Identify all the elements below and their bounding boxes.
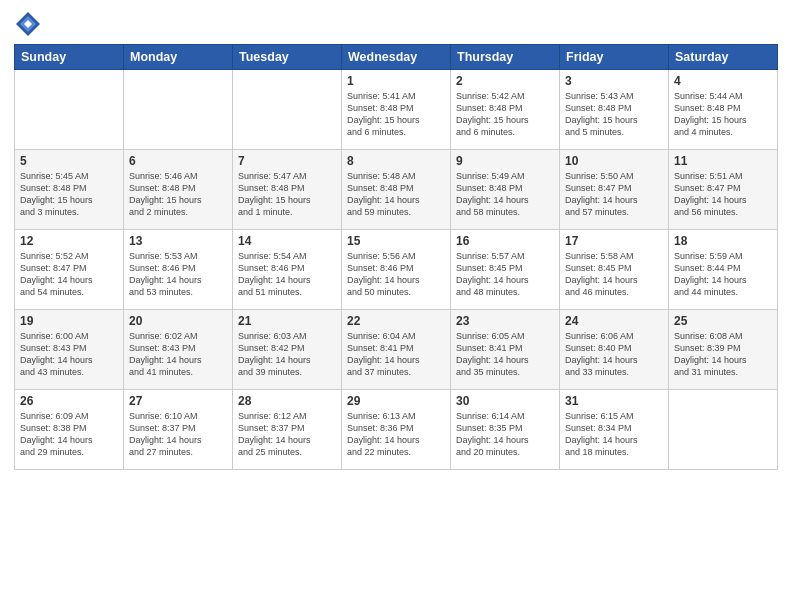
day-detail: Sunrise: 5:58 AM Sunset: 8:45 PM Dayligh… (565, 250, 663, 299)
day-number: 11 (674, 154, 772, 168)
day-detail: Sunrise: 6:06 AM Sunset: 8:40 PM Dayligh… (565, 330, 663, 379)
day-number: 23 (456, 314, 554, 328)
day-number: 9 (456, 154, 554, 168)
day-detail: Sunrise: 5:50 AM Sunset: 8:47 PM Dayligh… (565, 170, 663, 219)
day-detail: Sunrise: 5:43 AM Sunset: 8:48 PM Dayligh… (565, 90, 663, 139)
col-monday: Monday (124, 45, 233, 70)
day-detail: Sunrise: 6:15 AM Sunset: 8:34 PM Dayligh… (565, 410, 663, 459)
calendar-week-row: 26Sunrise: 6:09 AM Sunset: 8:38 PM Dayli… (15, 390, 778, 470)
table-row (124, 70, 233, 150)
day-number: 29 (347, 394, 445, 408)
day-detail: Sunrise: 6:13 AM Sunset: 8:36 PM Dayligh… (347, 410, 445, 459)
day-detail: Sunrise: 5:57 AM Sunset: 8:45 PM Dayligh… (456, 250, 554, 299)
table-row: 24Sunrise: 6:06 AM Sunset: 8:40 PM Dayli… (560, 310, 669, 390)
table-row: 4Sunrise: 5:44 AM Sunset: 8:48 PM Daylig… (669, 70, 778, 150)
table-row: 25Sunrise: 6:08 AM Sunset: 8:39 PM Dayli… (669, 310, 778, 390)
day-detail: Sunrise: 5:45 AM Sunset: 8:48 PM Dayligh… (20, 170, 118, 219)
table-row: 30Sunrise: 6:14 AM Sunset: 8:35 PM Dayli… (451, 390, 560, 470)
table-row: 3Sunrise: 5:43 AM Sunset: 8:48 PM Daylig… (560, 70, 669, 150)
table-row: 17Sunrise: 5:58 AM Sunset: 8:45 PM Dayli… (560, 230, 669, 310)
table-row: 7Sunrise: 5:47 AM Sunset: 8:48 PM Daylig… (233, 150, 342, 230)
day-number: 1 (347, 74, 445, 88)
day-detail: Sunrise: 5:49 AM Sunset: 8:48 PM Dayligh… (456, 170, 554, 219)
page-container: Sunday Monday Tuesday Wednesday Thursday… (0, 0, 792, 480)
day-number: 31 (565, 394, 663, 408)
day-number: 15 (347, 234, 445, 248)
day-number: 27 (129, 394, 227, 408)
table-row: 13Sunrise: 5:53 AM Sunset: 8:46 PM Dayli… (124, 230, 233, 310)
day-number: 16 (456, 234, 554, 248)
day-detail: Sunrise: 5:51 AM Sunset: 8:47 PM Dayligh… (674, 170, 772, 219)
day-detail: Sunrise: 5:44 AM Sunset: 8:48 PM Dayligh… (674, 90, 772, 139)
table-row: 9Sunrise: 5:49 AM Sunset: 8:48 PM Daylig… (451, 150, 560, 230)
logo (14, 10, 46, 38)
table-row: 15Sunrise: 5:56 AM Sunset: 8:46 PM Dayli… (342, 230, 451, 310)
day-number: 25 (674, 314, 772, 328)
day-detail: Sunrise: 5:59 AM Sunset: 8:44 PM Dayligh… (674, 250, 772, 299)
table-row: 22Sunrise: 6:04 AM Sunset: 8:41 PM Dayli… (342, 310, 451, 390)
table-row: 5Sunrise: 5:45 AM Sunset: 8:48 PM Daylig… (15, 150, 124, 230)
header (14, 10, 778, 38)
day-detail: Sunrise: 6:09 AM Sunset: 8:38 PM Dayligh… (20, 410, 118, 459)
day-detail: Sunrise: 5:48 AM Sunset: 8:48 PM Dayligh… (347, 170, 445, 219)
calendar-week-row: 19Sunrise: 6:00 AM Sunset: 8:43 PM Dayli… (15, 310, 778, 390)
table-row: 27Sunrise: 6:10 AM Sunset: 8:37 PM Dayli… (124, 390, 233, 470)
col-sunday: Sunday (15, 45, 124, 70)
table-row (15, 70, 124, 150)
table-row: 16Sunrise: 5:57 AM Sunset: 8:45 PM Dayli… (451, 230, 560, 310)
table-row: 29Sunrise: 6:13 AM Sunset: 8:36 PM Dayli… (342, 390, 451, 470)
day-number: 10 (565, 154, 663, 168)
table-row: 1Sunrise: 5:41 AM Sunset: 8:48 PM Daylig… (342, 70, 451, 150)
day-number: 26 (20, 394, 118, 408)
day-detail: Sunrise: 5:47 AM Sunset: 8:48 PM Dayligh… (238, 170, 336, 219)
table-row: 31Sunrise: 6:15 AM Sunset: 8:34 PM Dayli… (560, 390, 669, 470)
day-number: 19 (20, 314, 118, 328)
day-number: 13 (129, 234, 227, 248)
table-row: 19Sunrise: 6:00 AM Sunset: 8:43 PM Dayli… (15, 310, 124, 390)
calendar-header-row: Sunday Monday Tuesday Wednesday Thursday… (15, 45, 778, 70)
table-row: 28Sunrise: 6:12 AM Sunset: 8:37 PM Dayli… (233, 390, 342, 470)
day-detail: Sunrise: 6:03 AM Sunset: 8:42 PM Dayligh… (238, 330, 336, 379)
day-detail: Sunrise: 6:12 AM Sunset: 8:37 PM Dayligh… (238, 410, 336, 459)
table-row: 12Sunrise: 5:52 AM Sunset: 8:47 PM Dayli… (15, 230, 124, 310)
col-wednesday: Wednesday (342, 45, 451, 70)
day-number: 8 (347, 154, 445, 168)
col-tuesday: Tuesday (233, 45, 342, 70)
calendar-week-row: 5Sunrise: 5:45 AM Sunset: 8:48 PM Daylig… (15, 150, 778, 230)
day-detail: Sunrise: 6:05 AM Sunset: 8:41 PM Dayligh… (456, 330, 554, 379)
day-number: 5 (20, 154, 118, 168)
calendar: Sunday Monday Tuesday Wednesday Thursday… (14, 44, 778, 470)
table-row: 23Sunrise: 6:05 AM Sunset: 8:41 PM Dayli… (451, 310, 560, 390)
logo-icon (14, 10, 42, 38)
col-friday: Friday (560, 45, 669, 70)
day-detail: Sunrise: 5:52 AM Sunset: 8:47 PM Dayligh… (20, 250, 118, 299)
day-number: 14 (238, 234, 336, 248)
day-number: 28 (238, 394, 336, 408)
day-number: 21 (238, 314, 336, 328)
day-detail: Sunrise: 5:41 AM Sunset: 8:48 PM Dayligh… (347, 90, 445, 139)
day-detail: Sunrise: 6:10 AM Sunset: 8:37 PM Dayligh… (129, 410, 227, 459)
table-row: 6Sunrise: 5:46 AM Sunset: 8:48 PM Daylig… (124, 150, 233, 230)
day-detail: Sunrise: 6:08 AM Sunset: 8:39 PM Dayligh… (674, 330, 772, 379)
day-number: 4 (674, 74, 772, 88)
day-detail: Sunrise: 6:00 AM Sunset: 8:43 PM Dayligh… (20, 330, 118, 379)
day-detail: Sunrise: 6:14 AM Sunset: 8:35 PM Dayligh… (456, 410, 554, 459)
day-number: 20 (129, 314, 227, 328)
day-number: 22 (347, 314, 445, 328)
day-detail: Sunrise: 5:42 AM Sunset: 8:48 PM Dayligh… (456, 90, 554, 139)
day-detail: Sunrise: 6:04 AM Sunset: 8:41 PM Dayligh… (347, 330, 445, 379)
table-row: 8Sunrise: 5:48 AM Sunset: 8:48 PM Daylig… (342, 150, 451, 230)
table-row: 2Sunrise: 5:42 AM Sunset: 8:48 PM Daylig… (451, 70, 560, 150)
table-row: 26Sunrise: 6:09 AM Sunset: 8:38 PM Dayli… (15, 390, 124, 470)
day-number: 24 (565, 314, 663, 328)
calendar-week-row: 1Sunrise: 5:41 AM Sunset: 8:48 PM Daylig… (15, 70, 778, 150)
table-row (669, 390, 778, 470)
table-row: 10Sunrise: 5:50 AM Sunset: 8:47 PM Dayli… (560, 150, 669, 230)
day-number: 17 (565, 234, 663, 248)
table-row: 21Sunrise: 6:03 AM Sunset: 8:42 PM Dayli… (233, 310, 342, 390)
table-row (233, 70, 342, 150)
day-detail: Sunrise: 5:53 AM Sunset: 8:46 PM Dayligh… (129, 250, 227, 299)
day-number: 7 (238, 154, 336, 168)
calendar-week-row: 12Sunrise: 5:52 AM Sunset: 8:47 PM Dayli… (15, 230, 778, 310)
day-detail: Sunrise: 6:02 AM Sunset: 8:43 PM Dayligh… (129, 330, 227, 379)
